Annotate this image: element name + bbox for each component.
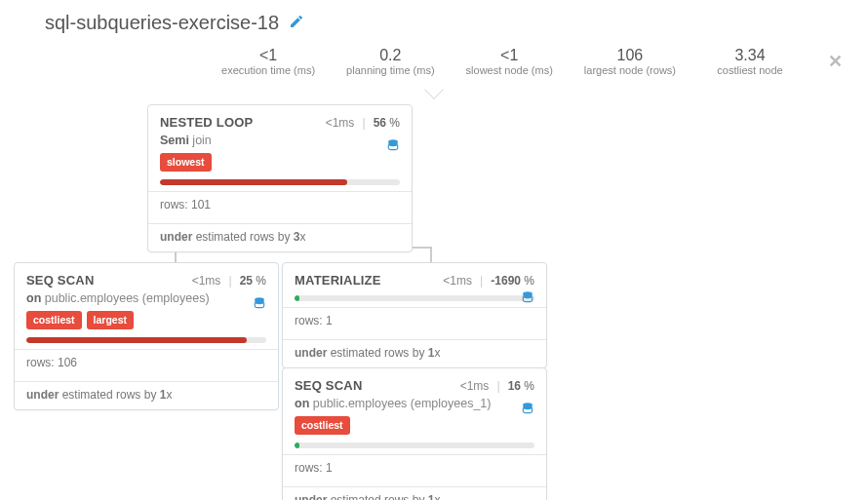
tag-slowest: slowest [160,153,212,172]
node-rows: rows: 101 [148,191,412,217]
database-icon[interactable] [386,138,400,155]
node-estimate: under estimated rows by 1x [283,339,546,367]
node-percent: -1690 % [491,274,534,288]
node-percent: 56 % [374,116,400,130]
progress-bar [295,295,534,301]
database-icon[interactable] [253,296,266,313]
title-row: sql-subqueries-exercise-18 [0,0,868,42]
edit-icon[interactable] [289,14,304,33]
progress-bar [295,442,534,448]
stat-slowest-node: <1 slowest node (ms) [466,46,553,77]
stat-value: <1 [221,46,315,64]
node-name: NESTED LOOP [160,115,253,130]
stat-label: slowest node (ms) [466,64,553,77]
node-time: <1ms [192,274,221,288]
close-icon[interactable]: ✕ [828,51,843,72]
node-percent: 16 % [508,379,534,393]
node-time: <1ms [326,116,355,130]
node-rows: rows: 1 [283,307,546,333]
database-icon[interactable] [521,402,534,418]
plan-node-seq-scan[interactable]: SEQ SCAN <1ms | 25 % on public.employees… [14,262,279,410]
node-subtitle: Semi join [160,134,400,147]
stat-value: 0.2 [346,46,434,64]
node-estimate: under estimated rows by 3x [148,223,412,251]
progress-bar [26,337,266,343]
page-title: sql-subqueries-exercise-18 [45,12,279,34]
database-icon[interactable] [521,290,534,307]
node-percent: 25 % [240,274,266,288]
node-time: <1ms [443,274,472,288]
tag-costliest: costliest [295,416,350,435]
stat-largest-node: 106 largest node (rows) [584,46,676,77]
stat-value: <1 [466,46,553,64]
node-name: SEQ SCAN [26,273,95,288]
stat-label: execution time (ms) [221,64,315,77]
node-name: MATERIALIZE [295,273,381,288]
stat-planning-time: 0.2 planning time (ms) [346,46,434,77]
stat-label: planning time (ms) [346,64,434,77]
plan-node-nested-loop[interactable]: NESTED LOOP <1ms | 56 % Semi join slowes… [147,104,413,252]
stat-execution-time: <1 execution time (ms) [221,46,315,77]
plan-node-materialize[interactable]: MATERIALIZE <1ms | -1690 % rows: 1 under… [282,262,547,368]
node-subtitle: on public.employees (employees_1) [295,397,534,410]
node-subtitle: on public.employees (employees) [26,291,266,305]
stat-label: costliest node [707,64,793,77]
tag-costliest: costliest [26,311,82,329]
progress-bar [160,179,400,185]
node-rows: rows: 1 [283,454,546,481]
stat-costliest-node: 3.34 costliest node [707,46,793,77]
node-name: SEQ SCAN [295,378,363,393]
stat-value: 106 [584,46,676,64]
plan-node-seq-scan[interactable]: SEQ SCAN <1ms | 16 % on public.employees… [282,367,547,500]
tag-largest: largest [87,311,134,329]
node-estimate: under estimated rows by 1x [15,381,278,409]
plan-canvas: NESTED LOOP <1ms | 56 % Semi join slowes… [0,91,868,500]
node-estimate: under estimated rows by 1x [283,486,546,500]
stats-row: <1 execution time (ms) 0.2 planning time… [0,42,868,91]
node-time: <1ms [460,379,490,393]
stat-value: 3.34 [707,46,793,64]
stat-label: largest node (rows) [584,64,676,77]
node-rows: rows: 106 [15,349,278,375]
